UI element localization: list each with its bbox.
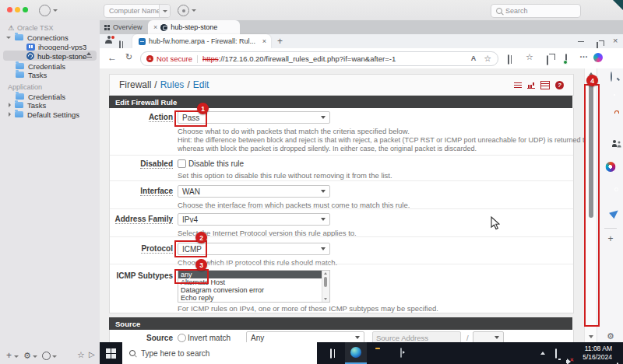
tab-hub-step-stone[interactable]: × hub-step-stone [148,20,240,34]
window-close-icon[interactable]: × [613,37,618,45]
taskbar-search-field[interactable]: Type here to search [122,342,317,364]
sidebar-search-icon[interactable] [611,72,612,82]
disable-rule-checkbox[interactable] [178,159,186,168]
invert-match-checkbox[interactable] [178,334,186,342]
network-icon[interactable] [555,348,557,359]
gear-menu-chevron-icon[interactable] [33,355,37,358]
terminal-icon[interactable] [400,348,402,358]
interface-select[interactable]: WAN [178,185,330,198]
task-view-icon[interactable] [330,348,332,359]
tray-expand-icon[interactable] [540,352,545,355]
icmp-option[interactable]: Datagram conversion error [178,286,325,294]
add-icon[interactable]: + [6,350,12,361]
edge-taskbar-button[interactable] [345,342,367,364]
close-tab-icon[interactable]: × [153,23,157,31]
interface-select-value: WAN [182,187,200,196]
source-mask-select[interactable] [473,331,504,342]
refresh-icon[interactable]: ↻ [125,53,132,61]
sidebar-section-label: Application [8,83,42,91]
scroll-thumb [324,277,327,287]
source-section-title: Source [115,320,140,328]
read-aloud-icon[interactable]: A [471,55,477,62]
volume-muted-icon[interactable] [566,359,573,364]
user-menu-chevron-icon[interactable] [53,9,58,12]
sidebar-settings-gear-icon[interactable]: ⚙ [607,331,614,341]
copilot-icon[interactable] [593,53,603,62]
table-icon[interactable] [540,81,550,89]
back-icon[interactable]: ← [107,53,117,62]
close-tab-icon[interactable]: × [262,38,266,45]
edge-tab-strip: hub-fw.home.arpa - Firewall: Rul... × + … [100,34,623,48]
breadcrumb-link-rules[interactable]: Rules [160,79,185,90]
more-menu-icon[interactable]: … [579,51,588,59]
sidebar-item-content: hub-step-stone [26,51,86,61]
sidebar-item-label: Connections [27,33,69,42]
list-scrollbar[interactable] [322,271,329,302]
sidebar-item-label: ihoogend-vps3 [38,43,86,51]
help-icon[interactable]: ? [555,81,564,89]
address-family-select[interactable]: IPv4 [178,213,330,226]
sidebar-item-app-tasks[interactable]: Tasks [9,100,46,110]
source-type-value: Any [251,334,264,342]
computer-name-value: Computer Name [104,7,159,15]
source-address-input[interactable] [372,331,461,342]
form-row-disabled: Disabled Disable this rule Set this opti… [110,155,573,181]
filter-icon[interactable] [514,82,522,88]
source-type-select[interactable]: Any [246,331,364,342]
icmp-option[interactable]: Echo reply [178,294,325,302]
annotation-callout-2: 2 [195,232,207,243]
mouse-cursor [491,216,500,230]
sidebar-item-default-settings[interactable]: Default Settings [9,110,79,119]
play-icon[interactable]: ▷ [89,350,95,359]
screen: Computer Name Search ⚠ Oracle TSX Connec… [0,0,623,364]
session-record-icon[interactable] [178,5,189,16]
taskbar-clock[interactable]: 11:08 AM 5/16/2024 [576,345,612,361]
add-menu-chevron-icon[interactable] [14,355,19,358]
chart-icon[interactable] [527,81,535,89]
sidebar-item-connections[interactable]: Connections [6,33,69,42]
sidebar-item-label: Credentials [28,62,65,71]
scroll-down-icon[interactable] [589,335,593,338]
send-icon[interactable] [609,208,621,219]
annotation-callout-3: 3 [195,259,207,271]
sidebar-item-hub-step-stone[interactable]: hub-step-stone [3,51,97,61]
add-sidebar-icon[interactable]: + [607,234,613,243]
url-text: ://172.16.0.20/firewall_rules_edit.php?i… [219,54,471,63]
connect-icon[interactable] [42,352,51,360]
split-screen-icon[interactable] [508,54,509,65]
icmp-subtypes-label: ICMP Subtypes [116,271,173,280]
user-account-icon[interactable] [39,5,51,16]
edge-address-bar: ← ↻ × Not secure https://172.16.0.20/fir… [100,48,623,69]
mac-search-field[interactable]: Search [491,4,581,18]
window-minimize-icon[interactable] [578,41,584,42]
tab-overview[interactable]: Overview [104,20,143,34]
favorites-bar-icon[interactable]: ☆ [526,53,533,61]
not-secure-label: Not secure [157,54,192,63]
sidebar-item-tasks[interactable]: Tasks [16,70,47,79]
session-menu-chevron-icon[interactable] [192,9,196,12]
source-section-header: Source [109,317,572,330]
edge-icon [350,347,361,358]
sidebar-item-label: hub-step-stone [37,52,86,61]
scroll-up-icon [324,272,327,275]
connect-menu-chevron-icon[interactable] [52,355,57,358]
mac-zoom-button[interactable] [23,7,28,12]
gear-icon[interactable]: ⚙ [23,351,31,361]
mac-close-button[interactable] [7,7,12,12]
breadcrumb-link-edit[interactable]: Edit [193,79,209,90]
annotation-box-3 [174,269,209,284]
windows-taskbar: Type here to search 11:08 AM 5/16/2024 [100,342,623,364]
mac-minimize-button[interactable] [15,7,20,12]
clock-time: 11:08 AM [576,345,612,353]
collections-icon[interactable] [547,55,548,65]
favorite-star-icon[interactable]: ☆ [484,54,491,63]
folder-icon [15,34,23,40]
browser-essentials-icon[interactable] [565,54,567,64]
star-icon[interactable]: ☆ [77,350,85,360]
address-field[interactable]: × Not secure https://172.16.0.20/firewal… [140,51,498,66]
m365-icon[interactable] [606,162,616,172]
browser-tab[interactable]: hub-fw.home.arpa - Firewall: Rul... × [132,34,271,48]
computer-name-select[interactable]: Computer Name [104,4,171,18]
new-tab-icon[interactable]: + [277,37,283,46]
profile-icon[interactable] [105,40,112,44]
